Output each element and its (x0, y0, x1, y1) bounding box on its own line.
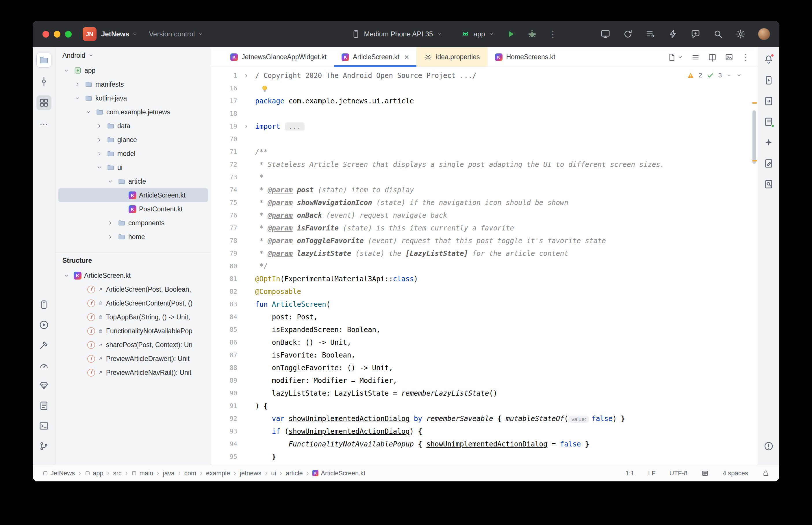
chevron-down-icon[interactable] (736, 73, 742, 78)
tool-window-button-code-suggestions[interactable] (761, 156, 776, 171)
tree-item-app[interactable]: app (58, 63, 208, 77)
expand-chevron-icon[interactable] (63, 67, 70, 74)
indent-size[interactable]: 4 spaces (723, 469, 748, 477)
tool-window-button-device-explorer[interactable] (761, 114, 776, 129)
collapse-chevron-icon[interactable] (96, 150, 103, 157)
more-editor-actions-button[interactable]: ⋮ (741, 53, 750, 61)
tree-item-com-example-jetnews[interactable]: com.example.jetnews (58, 105, 208, 119)
editor-scrollbar[interactable] (752, 110, 756, 164)
tool-window-button-layout-inspector[interactable] (761, 93, 776, 109)
close-tab-icon[interactable]: × (404, 53, 409, 61)
inspection-widget[interactable]: 2 3 (684, 71, 745, 80)
minimize-button[interactable] (54, 31, 60, 38)
breadcrumb-java[interactable]: java (163, 469, 175, 477)
run-configuration-selector[interactable]: app (461, 29, 494, 39)
structure-item-previewarticlenavrail-unit[interactable]: f PreviewArticleNavRail(): Unit (58, 365, 208, 379)
intention-bulb-icon[interactable] (260, 84, 269, 93)
tool-window-button-more-tool-windows[interactable]: ⋯ (36, 117, 51, 132)
device-selector[interactable]: Medium Phone API 35 (351, 29, 442, 39)
tool-window-button-build[interactable] (36, 338, 51, 352)
tab-jetnewsglanceappwidget-kt[interactable]: K JetnewsGlanceAppWidget.kt (223, 47, 334, 67)
breadcrumb-main[interactable]: main (131, 469, 153, 477)
code-editor[interactable]: 1/ Copyright 2020 The Android Open Sourc… (211, 67, 758, 465)
editor-options-button[interactable] (691, 53, 700, 61)
tab-homescreens-kt[interactable]: K HomeScreens.kt (487, 47, 563, 67)
split-editor-button[interactable] (708, 53, 717, 61)
cursor-position[interactable]: 1:1 (625, 469, 634, 477)
settings-icon[interactable] (735, 29, 746, 39)
run-button[interactable] (506, 29, 516, 39)
tree-item-articlescreen-kt[interactable]: K ArticleScreen.kt (58, 188, 208, 202)
tree-item-article[interactable]: article (58, 175, 208, 188)
tool-window-button-problems[interactable] (761, 439, 776, 454)
plugins-icon[interactable] (668, 29, 678, 39)
tree-item-glance[interactable]: glance (58, 133, 208, 147)
device-mirror-icon[interactable] (600, 29, 610, 39)
expand-chevron-icon[interactable] (85, 109, 92, 115)
breadcrumb-com[interactable]: com (184, 469, 196, 477)
breadcrumb-app[interactable]: app (85, 469, 103, 477)
tool-window-button-device-manager[interactable] (36, 297, 51, 312)
tree-item-home[interactable]: home (58, 230, 208, 244)
tool-window-button-find-window[interactable] (761, 177, 776, 192)
tool-window-button-gemini[interactable] (761, 135, 776, 150)
structure-item-articlescreen-post-boolean[interactable]: f ArticleScreen(Post, Boolean, (58, 282, 208, 296)
breadcrumb-example[interactable]: example (206, 469, 230, 477)
tool-window-button-project[interactable] (36, 52, 51, 68)
collapse-chevron-icon[interactable] (107, 234, 114, 240)
tool-window-button-app-quality-insights[interactable] (36, 378, 51, 393)
warning-stripe-mark[interactable] (752, 160, 757, 162)
chevron-up-icon[interactable] (726, 73, 732, 78)
breadcrumb-jetnews[interactable]: jetnews (240, 469, 262, 477)
project-switcher[interactable]: JetNews (97, 30, 138, 38)
sync-project-icon[interactable] (623, 29, 633, 39)
close-button[interactable] (43, 31, 49, 38)
warning-stripe-mark[interactable] (752, 102, 757, 104)
project-view-header[interactable]: Android (56, 47, 211, 63)
version-control-menu[interactable]: Version control (138, 30, 204, 38)
tool-window-button-terminal[interactable] (36, 418, 51, 433)
breadcrumb-src[interactable]: src (113, 469, 121, 477)
tree-item-postcontent-kt[interactable]: K PostContent.kt (58, 202, 208, 216)
collapse-chevron-icon[interactable] (107, 220, 114, 226)
preview-layout-button[interactable] (725, 53, 734, 61)
breadcrumb-ui[interactable]: ui (271, 469, 276, 477)
structure-item-functionalitynotavailablepop[interactable]: f FunctionalityNotAvailablePop (58, 324, 208, 338)
folded-region[interactable]: ... (285, 122, 304, 131)
tab-idea-properties[interactable]: idea.properties (416, 47, 487, 67)
more-run-options-icon[interactable] (645, 29, 656, 39)
collapse-chevron-icon[interactable] (96, 137, 103, 143)
ai-assistant-icon[interactable] (690, 29, 701, 39)
tool-window-button-version-control-window[interactable] (36, 439, 51, 454)
structure-item-articlescreencontent-post[interactable]: f ArticleScreenContent(Post, () (58, 296, 208, 310)
tree-item-manifests[interactable]: manifests (58, 77, 208, 91)
tool-window-button-logcat[interactable] (36, 398, 51, 413)
tool-window-button-notifications[interactable] (761, 52, 776, 67)
expand-chevron-icon[interactable] (96, 164, 103, 171)
line-separator[interactable]: LF (648, 469, 656, 477)
tool-window-button-running-devices[interactable] (761, 73, 776, 88)
fold-chevron-icon[interactable] (243, 123, 249, 130)
hidden-tabs-button[interactable] (667, 53, 683, 61)
expand-chevron-icon[interactable] (63, 272, 70, 279)
user-avatar[interactable] (758, 28, 770, 40)
tool-window-button-profiler[interactable] (36, 358, 51, 373)
structure-item-sharepost-post-context-un[interactable]: f sharePost(Post, Context): Un (58, 338, 208, 352)
collapse-chevron-icon[interactable] (74, 81, 80, 88)
tree-item-model[interactable]: model (58, 147, 208, 161)
breadcrumb-article[interactable]: article (286, 469, 303, 477)
search-everywhere-icon[interactable] (713, 29, 723, 39)
tab-articlescreen-kt[interactable]: K ArticleScreen.kt × (334, 47, 416, 67)
debug-button[interactable] (527, 29, 537, 39)
indent-style[interactable] (701, 469, 709, 477)
zoom-button[interactable] (65, 31, 72, 38)
tree-item-data[interactable]: data (58, 119, 208, 133)
readonly-toggle[interactable] (762, 469, 769, 477)
tool-window-button-structure[interactable] (36, 95, 51, 110)
file-encoding[interactable]: UTF-8 (669, 469, 688, 477)
structure-item-previewarticledrawer-unit[interactable]: f PreviewArticleDrawer(): Unit (58, 352, 208, 365)
expand-chevron-icon[interactable] (74, 95, 80, 101)
collapse-chevron-icon[interactable] (96, 123, 103, 129)
structure-item-topappbar-string-unit[interactable]: f TopAppBar(String, () -> Unit, (58, 310, 208, 324)
fold-chevron-icon[interactable] (243, 73, 249, 79)
